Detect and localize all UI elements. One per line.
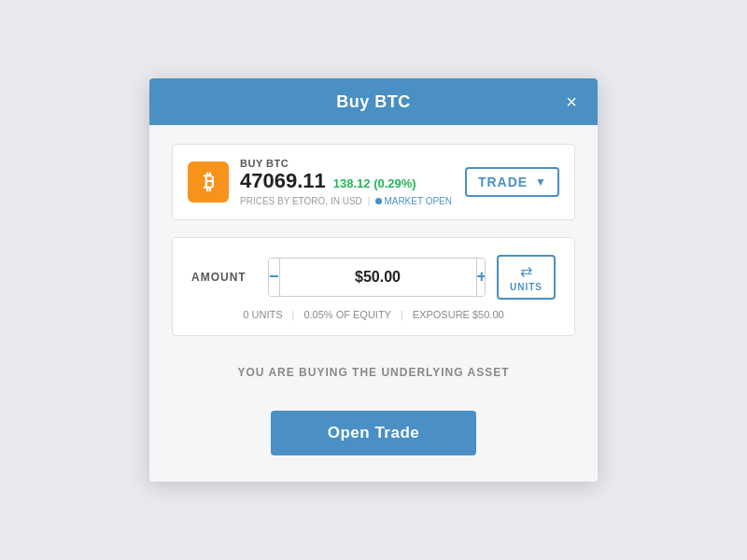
market-dot — [375, 198, 382, 204]
trade-dropdown-label: TRADE — [478, 175, 528, 189]
asset-price: 47069.11 — [240, 169, 326, 193]
decrease-button[interactable]: − — [269, 259, 279, 296]
modal-body: ₿ BUY BTC 47069.11 138.12 (0.29%) PRICES… — [149, 125, 598, 481]
equity-value: 0.05% OF EQUITY — [303, 309, 391, 320]
modal-header: Buy BTC × — [149, 78, 598, 125]
amount-row: AMOUNT − + ⇄ UNITS — [191, 255, 556, 300]
swap-icon: ⇄ — [520, 262, 532, 280]
asset-buy-label: BUY BTC — [240, 158, 452, 169]
units-value: 0 UNITS — [243, 309, 282, 320]
amount-meta-row: 0 UNITS | 0.05% OF EQUITY | EXPOSURE $50… — [191, 309, 556, 320]
asset-row: ₿ BUY BTC 47069.11 138.12 (0.29%) PRICES… — [172, 144, 575, 219]
units-label: UNITS — [510, 282, 543, 292]
asset-details: BUY BTC 47069.11 138.12 (0.29%) PRICES B… — [240, 158, 452, 205]
market-open: MARKET OPEN — [375, 196, 452, 206]
asset-info: ₿ BUY BTC 47069.11 138.12 (0.29%) PRICES… — [188, 158, 452, 205]
asset-change: 138.12 (0.29%) — [333, 176, 416, 190]
asset-price-row: 47069.11 138.12 (0.29%) — [240, 169, 452, 193]
amount-label: AMOUNT — [191, 271, 257, 284]
modal-title: Buy BTC — [336, 92, 411, 112]
separator-1: | — [292, 309, 295, 320]
chevron-down-icon: ▼ — [535, 175, 546, 189]
trade-dropdown[interactable]: TRADE ▼ — [465, 167, 559, 197]
increase-button[interactable]: + — [477, 259, 486, 296]
amount-controls: − + — [268, 258, 486, 297]
btc-icon: ₿ — [188, 161, 229, 203]
amount-section: AMOUNT − + ⇄ UNITS 0 UNITS | 0.05% OF EQ… — [172, 237, 575, 336]
units-toggle-button[interactable]: ⇄ UNITS — [497, 255, 556, 300]
close-button[interactable]: × — [560, 91, 583, 113]
exposure-value: EXPOSURE $50.00 — [413, 309, 504, 320]
open-trade-button[interactable]: Open Trade — [271, 411, 476, 455]
asset-meta: PRICES BY ETORO, IN USD | MARKET OPEN — [240, 196, 452, 206]
separator-2: | — [401, 309, 403, 320]
underlying-message: YOU ARE BUYING THE UNDERLYING ASSET — [172, 357, 575, 383]
amount-input[interactable] — [279, 259, 477, 296]
buy-btc-modal: Buy BTC × ₿ BUY BTC 47069.11 138.12 (0.2… — [149, 78, 598, 481]
